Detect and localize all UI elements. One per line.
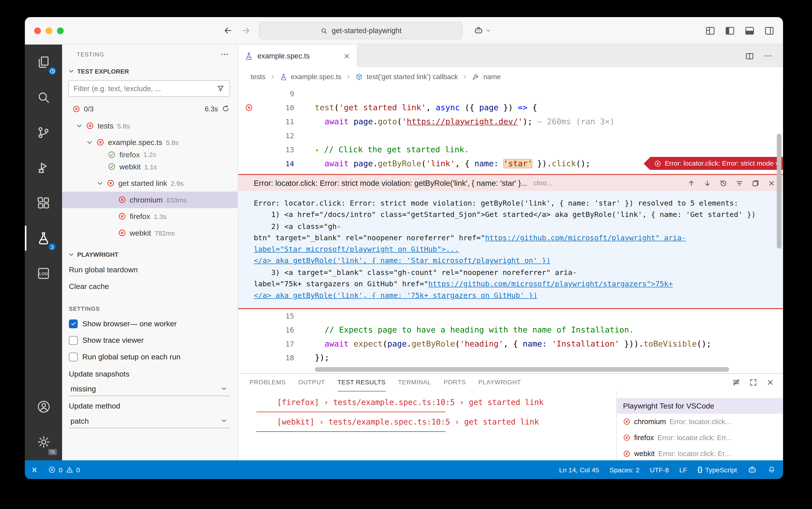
tree-item-get-started-link[interactable]: get started link2.9s bbox=[62, 175, 238, 192]
arrow-down-icon[interactable] bbox=[703, 179, 712, 187]
code-line-13[interactable]: 13✦ // Click the get started link. bbox=[238, 142, 783, 157]
checkbox[interactable] bbox=[69, 352, 78, 361]
filter-input[interactable] bbox=[74, 84, 212, 93]
panel-tab-problems[interactable]: PROBLEMS bbox=[250, 374, 286, 391]
command-run-global-teardown[interactable]: Run global teardown bbox=[62, 261, 238, 278]
code-line-15[interactable]: 15 bbox=[238, 309, 783, 323]
tree-item-webkit[interactable]: webkit782ms bbox=[62, 225, 238, 241]
code-line-14[interactable]: 14 await page.getByRole('link', { name: … bbox=[238, 157, 783, 170]
copilot-icon[interactable] bbox=[747, 465, 757, 475]
activity-item-settings[interactable]: TE bbox=[25, 424, 62, 459]
activity-item-accounts[interactable] bbox=[25, 389, 62, 424]
minimize-window-button[interactable] bbox=[45, 27, 52, 34]
breadcrumb-item-tests[interactable]: tests bbox=[251, 73, 265, 81]
detail-row-firefox[interactable]: firefoxError: locator.click: Err... bbox=[617, 430, 783, 446]
rerun-tests-icon[interactable] bbox=[221, 105, 230, 113]
tree-item-example-spec-ts[interactable]: example.spec.ts5.8s bbox=[62, 134, 238, 151]
activity-item-explorer[interactable] bbox=[25, 44, 62, 79]
copilot-menu[interactable] bbox=[473, 25, 492, 36]
error-detail-link[interactable]: </a> aka getByRole('link', { name: '75k+… bbox=[254, 291, 537, 299]
back-button[interactable] bbox=[223, 25, 233, 36]
close-tab-icon[interactable] bbox=[343, 52, 351, 60]
activity-item-extensions[interactable] bbox=[25, 185, 62, 220]
filter-icon[interactable] bbox=[216, 84, 225, 93]
panel-tab-terminal[interactable]: TERMINAL bbox=[398, 374, 431, 391]
layout-panel-icon[interactable] bbox=[744, 25, 755, 36]
code-line-10[interactable]: 10test('get started link', async ({ page… bbox=[238, 100, 783, 114]
activity-item-testing[interactable]: 3 bbox=[25, 220, 62, 256]
breadcrumb-item-example-spec-ts[interactable]: example.spec.ts bbox=[291, 73, 341, 81]
error-detail-link[interactable]: https://github.com/microsoft/playwright"… bbox=[485, 233, 686, 242]
tree-item-webkit[interactable]: webkit1.1s bbox=[62, 159, 238, 175]
code-line-18[interactable]: 18}); bbox=[238, 351, 783, 365]
customize-layout-icon[interactable] bbox=[705, 25, 716, 36]
panel-tab-test-results[interactable]: TEST RESULTS bbox=[338, 374, 386, 391]
activity-item-run-debug[interactable] bbox=[25, 150, 62, 185]
tab-example-spec-ts[interactable]: example.spec.ts bbox=[238, 44, 357, 67]
vertical-scrollbar[interactable] bbox=[777, 134, 782, 248]
layout-sidebar-left-icon[interactable] bbox=[725, 25, 735, 36]
panel-tab-ports[interactable]: PORTS bbox=[444, 374, 466, 391]
bell-icon[interactable] bbox=[768, 466, 776, 474]
test-result-entry[interactable]: [firefox] › tests/example.spec.ts:10:5 ›… bbox=[256, 398, 611, 407]
horizontal-scrollbar[interactable] bbox=[315, 367, 729, 372]
command-clear-cache[interactable]: Clear cache bbox=[62, 278, 238, 295]
close-panel-icon[interactable] bbox=[766, 378, 775, 387]
code-line-17[interactable]: 17 await expect(page.getByRole('heading'… bbox=[238, 337, 783, 351]
detail-header[interactable]: Playwright Test for VSCode bbox=[617, 398, 783, 414]
activity-item-source-control[interactable] bbox=[25, 115, 62, 150]
status-utf-8[interactable]: UTF-8 bbox=[650, 466, 669, 473]
breadcrumb-item-test-get-started-link-callback[interactable]: test('get started link') callback bbox=[367, 73, 458, 81]
code-line-9[interactable]: 9 bbox=[238, 87, 783, 100]
error-detail-link[interactable]: https://github.com/microsoft/playwright/… bbox=[428, 280, 673, 288]
detail-row-chromium[interactable]: chromiumError: locator.click... bbox=[617, 414, 783, 430]
status-spaces-2[interactable]: Spaces: 2 bbox=[609, 466, 640, 473]
error-detail-link[interactable]: </a> aka getByRole('link', { name: 'Star… bbox=[254, 257, 551, 265]
more-editor-actions-icon[interactable] bbox=[763, 52, 773, 61]
select-update-snapshots[interactable]: missing bbox=[69, 382, 230, 396]
checkbox[interactable] bbox=[69, 319, 78, 328]
code-line-12[interactable]: 12 bbox=[238, 129, 783, 142]
code-token: (); bbox=[576, 159, 590, 168]
section-test-explorer[interactable]: TEST EXPLORER bbox=[62, 64, 238, 78]
breadcrumb-item-name[interactable]: name bbox=[483, 73, 501, 81]
inline-error-decoration[interactable]: Error: locator.click: Error: strict mode… bbox=[643, 157, 783, 170]
command-center[interactable]: get-started-playwright bbox=[259, 22, 462, 39]
section-playwright[interactable]: PLAYWRIGHT bbox=[62, 248, 238, 262]
activity-item-log[interactable]: LOG bbox=[25, 256, 62, 291]
select-update-method[interactable]: patch bbox=[69, 414, 230, 428]
tree-item-firefox[interactable]: firefox1.3s bbox=[62, 208, 238, 225]
code-token: 'heading' bbox=[460, 339, 503, 348]
code-line-16[interactable]: 16 // Expects page to have a heading wit… bbox=[238, 323, 783, 337]
problems-status[interactable]: 0 0 bbox=[48, 466, 80, 473]
status-ln-14-col-45[interactable]: Ln 14, Col 45 bbox=[559, 466, 599, 473]
split-editor-icon[interactable] bbox=[745, 51, 754, 61]
layout-sidebar-right-icon[interactable] bbox=[764, 25, 775, 36]
zoom-window-button[interactable] bbox=[57, 27, 64, 34]
close-icon[interactable] bbox=[768, 179, 776, 187]
detail-row-webkit[interactable]: webkitError: locator.click: Er... bbox=[617, 446, 783, 460]
status-typescript[interactable]: {}TypeScript bbox=[698, 466, 737, 473]
activity-item-search[interactable] bbox=[25, 80, 62, 115]
tree-item-chromium[interactable]: chromium833ms bbox=[62, 192, 238, 208]
tree-item-tests[interactable]: tests5.8s bbox=[62, 117, 238, 134]
copilot-icon[interactable] bbox=[473, 25, 484, 36]
checkbox[interactable] bbox=[69, 336, 78, 345]
arrow-up-icon[interactable] bbox=[687, 179, 695, 187]
remote-indicator-icon[interactable] bbox=[30, 465, 39, 474]
tree-item-firefox[interactable]: firefox1.2s bbox=[62, 151, 238, 159]
list-filter-icon[interactable] bbox=[735, 179, 744, 187]
maximize-panel-icon[interactable] bbox=[749, 378, 758, 387]
open-editor-icon[interactable] bbox=[751, 179, 760, 187]
panel-tab-output[interactable]: OUTPUT bbox=[298, 374, 325, 391]
more-actions-icon[interactable] bbox=[220, 50, 230, 59]
panel-tab-playwright[interactable]: PLAYWRIGHT bbox=[478, 374, 521, 391]
code-line-11[interactable]: 11 await page.goto('https://playwright.d… bbox=[238, 114, 783, 129]
error-detail-link[interactable]: label="Star microsoft/playwright on GitH… bbox=[254, 245, 459, 253]
forward-button[interactable] bbox=[241, 25, 251, 36]
test-result-entry[interactable]: [webkit] › tests/example.spec.ts:10:5 › … bbox=[256, 417, 611, 427]
clear-results-icon[interactable] bbox=[732, 378, 741, 387]
close-window-button[interactable] bbox=[34, 27, 41, 34]
history-icon[interactable] bbox=[719, 179, 728, 187]
status-lf[interactable]: LF bbox=[679, 466, 687, 473]
